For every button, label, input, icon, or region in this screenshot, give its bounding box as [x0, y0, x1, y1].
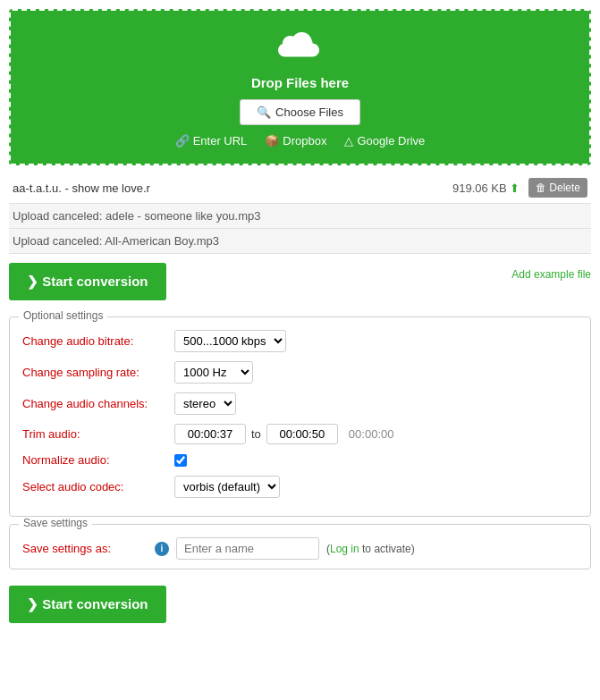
- info-icon[interactable]: i: [155, 542, 169, 556]
- optional-settings-legend: Optional settings: [19, 309, 107, 322]
- google-drive-icon: △: [344, 134, 353, 148]
- link-icon: 🔗: [175, 134, 190, 148]
- codec-control: vorbis (default)mp3aacflacopus: [174, 476, 280, 498]
- google-drive-link[interactable]: △ Google Drive: [344, 134, 425, 148]
- action-bar: ❯ Start conversion Add example file: [9, 254, 591, 309]
- delete-button[interactable]: 🗑 Delete: [528, 178, 587, 198]
- optional-settings-section: Optional settings Change audio bitrate: …: [9, 316, 591, 517]
- trim-end-input[interactable]: [266, 424, 338, 444]
- file-size: 919.06 KB ⬆: [452, 181, 520, 195]
- trim-start-input[interactable]: [174, 424, 246, 444]
- sampling-row: Change sampling rate: 1000 Hz22050 Hz441…: [22, 361, 578, 384]
- trim-control: to 00:00:00: [174, 424, 393, 444]
- drop-links: 🔗 Enter URL 📦 Dropbox △ Google Drive: [27, 134, 573, 148]
- normalize-checkbox[interactable]: [174, 454, 187, 467]
- codec-select[interactable]: vorbis (default)mp3aacflacopus: [174, 476, 280, 498]
- bitrate-label: Change audio bitrate:: [22, 334, 174, 348]
- upload-canceled-1: Upload canceled: adele - someone like yo…: [9, 204, 591, 229]
- upload-icon: [27, 27, 573, 70]
- drop-files-text: Drop Files here: [27, 75, 573, 90]
- normalize-label: Normalize audio:: [22, 453, 174, 467]
- choose-files-button[interactable]: 🔍 Choose Files: [240, 99, 360, 125]
- codec-label: Select audio codec:: [22, 480, 174, 493]
- normalize-control: [174, 454, 187, 467]
- start-conversion-button-top[interactable]: ❯ Start conversion: [9, 263, 166, 300]
- drop-zone[interactable]: Drop Files here 🔍 Choose Files 🔗 Enter U…: [9, 9, 591, 165]
- file-name: aa-t.a.t.u. - show me love.r: [13, 181, 444, 195]
- login-link-text: (Log in to activate): [326, 543, 415, 555]
- normalize-row: Normalize audio:: [22, 453, 578, 467]
- enter-url-link[interactable]: 🔗 Enter URL: [175, 134, 248, 148]
- channels-row: Change audio channels: stereomono: [22, 392, 578, 415]
- sampling-label: Change sampling rate:: [22, 366, 174, 379]
- save-name-input[interactable]: [176, 537, 319, 560]
- save-settings-legend: Save settings: [19, 517, 92, 529]
- sampling-control: 1000 Hz22050 Hz44100 Hz48000 Hz: [174, 361, 253, 384]
- channels-label: Change audio channels:: [22, 397, 174, 410]
- save-settings-row: Save settings as: i (Log in to activate): [22, 537, 578, 560]
- file-item: aa-t.a.t.u. - show me love.r 919.06 KB ⬆…: [9, 173, 591, 204]
- login-link[interactable]: Log in: [330, 543, 359, 555]
- bitrate-control: 500...1000 kbps128 kbps192 kbps256 kbps3…: [174, 330, 286, 352]
- upload-icon-small: ⬆: [510, 181, 520, 195]
- sampling-select[interactable]: 1000 Hz22050 Hz44100 Hz48000 Hz: [174, 361, 253, 384]
- trash-icon: 🗑: [536, 181, 546, 194]
- start-conversion-button-bottom[interactable]: ❯ Start conversion: [9, 586, 166, 623]
- trim-to-text: to: [251, 427, 261, 441]
- dropbox-icon: 📦: [265, 134, 279, 148]
- bitrate-row: Change audio bitrate: 500...1000 kbps128…: [22, 330, 578, 352]
- bitrate-select[interactable]: 500...1000 kbps128 kbps192 kbps256 kbps3…: [174, 330, 286, 352]
- search-icon: 🔍: [257, 105, 271, 119]
- save-settings-label: Save settings as:: [22, 542, 148, 555]
- upload-canceled-2: Upload canceled: All-American Boy.mp3: [9, 229, 591, 254]
- dropbox-link[interactable]: 📦 Dropbox: [265, 134, 326, 148]
- add-example-link[interactable]: Add example file: [511, 268, 591, 281]
- codec-row: Select audio codec: vorbis (default)mp3a…: [22, 476, 578, 498]
- trim-row: Trim audio: to 00:00:00: [22, 424, 578, 444]
- channels-control: stereomono: [174, 392, 236, 415]
- save-settings-section: Save settings Save settings as: i (Log i…: [9, 524, 591, 569]
- trim-label: Trim audio:: [22, 427, 174, 441]
- channels-select[interactable]: stereomono: [174, 392, 236, 415]
- trim-duration: 00:00:00: [349, 427, 394, 441]
